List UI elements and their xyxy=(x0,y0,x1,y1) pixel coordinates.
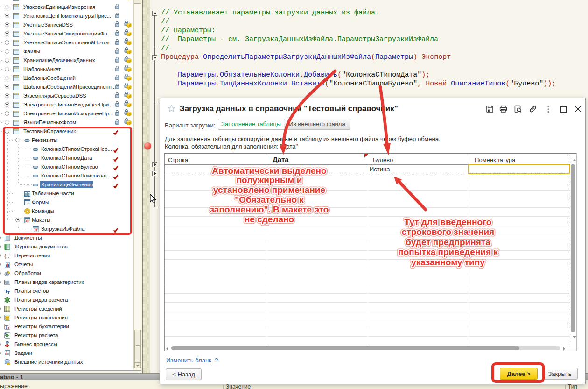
svg-text:"Обязательно к: "Обязательно к xyxy=(235,195,304,205)
svg-text:установлено примечание: установлено примечание xyxy=(213,185,325,195)
svg-text:не сделано: не сделано xyxy=(245,214,294,224)
svg-text:указанному типу: указанному типу xyxy=(411,257,485,267)
svg-text:Тут для введенного: Тут для введенного xyxy=(405,217,492,227)
svg-text:будет предпринята: будет предпринята xyxy=(406,237,490,247)
svg-text:строкового значения: строкового значения xyxy=(402,227,494,237)
svg-text:полужирным и: полужирным и xyxy=(237,175,302,185)
svg-text:Автоматически выделено: Автоматически выделено xyxy=(212,166,326,176)
svg-text:заполнению". В макете это: заполнению". В макете это xyxy=(210,205,329,214)
svg-text:попытка приведения к: попытка приведения к xyxy=(398,247,498,257)
